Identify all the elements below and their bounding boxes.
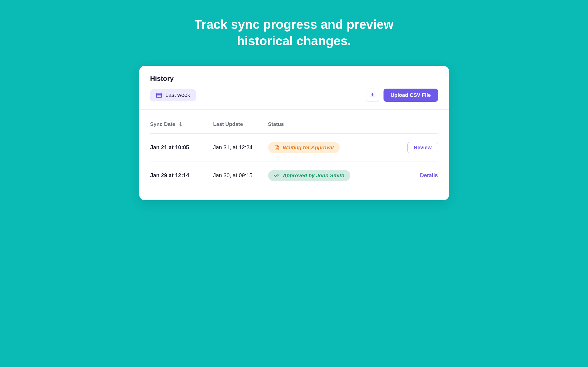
download-button[interactable]	[366, 89, 379, 102]
column-header-status-label: Status	[268, 121, 284, 127]
status-badge: Waiting for Approval	[268, 142, 340, 153]
page-headline: Track sync progress and preview historic…	[171, 16, 417, 49]
column-header-sync-date[interactable]: Sync Date	[150, 121, 211, 127]
column-header-status[interactable]: Status	[268, 121, 397, 127]
sort-down-icon	[178, 122, 183, 127]
double-check-icon	[274, 173, 280, 178]
status-cell: Waiting for Approval	[268, 142, 397, 153]
document-icon	[274, 145, 280, 150]
status-cell: Approved by John Smith	[268, 170, 397, 181]
column-header-sync-date-label: Sync Date	[150, 121, 175, 127]
details-link[interactable]: Details	[420, 172, 438, 178]
history-card: History Last week	[139, 66, 449, 200]
date-filter-label: Last week	[166, 92, 190, 98]
sync-date-cell: Jan 29 at 12:14	[150, 172, 211, 179]
last-update-cell: Jan 30, at 09:15	[213, 172, 265, 179]
table-header-row: Sync Date Last Update Status	[150, 115, 438, 134]
column-header-last-update[interactable]: Last Update	[213, 121, 265, 127]
last-update-cell: Jan 31, at 12:24	[213, 144, 265, 151]
status-badge: Approved by John Smith	[268, 170, 351, 181]
svg-point-5	[159, 95, 159, 96]
column-header-last-update-label: Last Update	[213, 121, 243, 127]
table-row: Jan 21 at 10:05 Jan 31, at 12:24 Waiting…	[150, 134, 438, 162]
column-header-action	[400, 121, 438, 127]
toolbar-right: Upload CSV File	[366, 89, 438, 102]
status-text: Waiting for Approval	[283, 145, 334, 151]
status-text: Approved by John Smith	[283, 173, 345, 179]
review-button[interactable]: Review	[407, 142, 438, 153]
card-title: History	[150, 75, 438, 83]
calendar-icon	[156, 92, 162, 98]
upload-csv-button[interactable]: Upload CSV File	[384, 89, 438, 102]
history-table: Sync Date Last Update Status Jan 21 at 1…	[139, 110, 449, 200]
action-cell: Details	[400, 172, 438, 179]
action-cell: Review	[400, 142, 438, 153]
toolbar: Last week Upload CSV File	[150, 89, 438, 102]
date-filter-button[interactable]: Last week	[150, 89, 196, 101]
svg-point-6	[160, 95, 160, 96]
card-header: History Last week	[139, 66, 449, 109]
table-row: Jan 29 at 12:14 Jan 30, at 09:15 Approve…	[150, 162, 438, 189]
svg-point-4	[158, 95, 158, 96]
sync-date-cell: Jan 21 at 10:05	[150, 144, 211, 151]
download-icon	[370, 92, 376, 98]
